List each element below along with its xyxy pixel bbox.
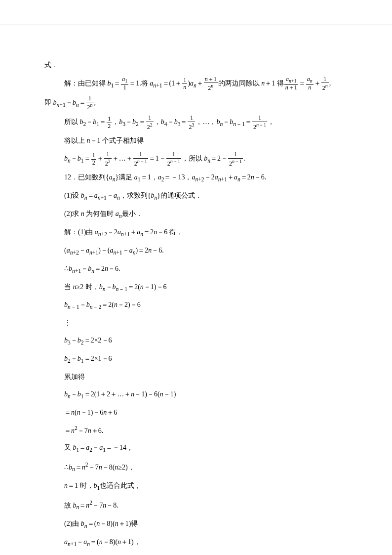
text-line-23: n＝1 时，b1也适合此式， — [64, 479, 348, 494]
text-line-22: ∴bn＝n2－7n－8(n≥2)， — [64, 460, 348, 475]
text-line-13: bn－1－bn－2＝2(n－2)－6 — [64, 299, 348, 313]
text-line-24: 故 bn＝n2－7n－8. — [64, 498, 348, 513]
text-line-9: 解：(1)由 an+2－2an+1＋an＝2n－6 得， — [64, 226, 348, 240]
text-line-1: 解：由已知得 b1＝a11＝1.将 an+1＝(1＋1n)an＋n＋12n的两边… — [64, 76, 348, 91]
text-line-25: (2)由 bn＝(n－8)(n＋1)得 — [64, 517, 348, 532]
text-line-0: 式． — [44, 59, 348, 72]
text-line-2: 即 bn+1－bn＝12n, — [44, 95, 348, 111]
text-line-20: ＝n2－7n＋6. — [64, 423, 348, 437]
text-line-3: 所以 b2－b1＝12，b3－b2＝122，b4－b3＝123，…，bn－bn－… — [64, 115, 348, 130]
text-line-16: b2－b1＝2×1－6 — [64, 352, 348, 367]
text-line-19: ＝n(n－1)－6n＋6 — [64, 406, 348, 420]
text-line-6: 12．已知数列{an}满足 a1＝1，a2＝－13，an+2－2an+1＋an＝… — [64, 171, 348, 185]
text-line-4: 将以上 n－1 个式子相加得 — [64, 134, 348, 148]
text-line-18: bn－b1＝2(1＋2＋…＋n－1)－6(n－1) — [64, 388, 348, 402]
text-line-26: an+1－an＝(n－8)(n＋1)， — [64, 536, 348, 550]
text-line-7: (1)设 bn＝an+1－an，求数列{bn}的通项公式． — [64, 189, 348, 204]
text-line-8: (2)求 n 为何值时 an最小． — [64, 208, 348, 222]
text-line-15: b3－b2＝2×2－6 — [64, 334, 348, 348]
text-line-14: ⋮ — [64, 317, 348, 330]
text-line-17: 累加得 — [64, 371, 348, 384]
text-line-21: 又 b1＝a2－a1＝－14， — [64, 441, 348, 456]
text-line-10: (an+2－an+1)－(an+1－an)＝2n－6. — [64, 244, 348, 258]
text-line-11: ∴bn+1－bn＝2n－6. — [64, 262, 348, 277]
text-line-12: 当 n≥2 时，bn－bn－1＝2(n－1)－6 — [64, 281, 348, 295]
page-content: 式．解：由已知得 b1＝a11＝1.将 an+1＝(1＋1n)an＋n＋12n的… — [0, 25, 392, 555]
text-line-5: bn－b1＝12＋122＋…＋12n－1＝1－12n－1，所以 bn＝2－12n… — [64, 151, 348, 167]
